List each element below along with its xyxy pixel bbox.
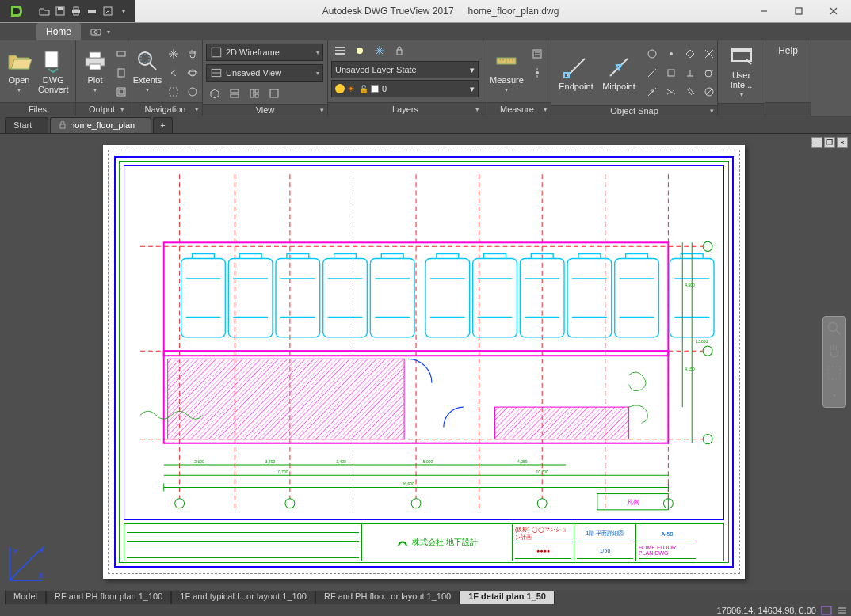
customize-icon[interactable] [837, 606, 848, 615]
save-icon[interactable] [54, 5, 67, 17]
pan-icon[interactable] [165, 45, 182, 63]
print-icon[interactable] [70, 5, 82, 17]
list-icon[interactable] [529, 45, 546, 63]
lock-small-icon: 🔓 [359, 85, 368, 93]
apparent-icon[interactable] [662, 83, 680, 101]
svg-rect-35 [255, 94, 258, 97]
view-manager-icon[interactable] [226, 85, 243, 102]
svg-rect-78 [828, 367, 840, 378]
view-icon [210, 67, 223, 79]
look-icon[interactable] [184, 83, 201, 101]
nearest-icon[interactable] [643, 83, 661, 101]
doctab-file[interactable]: home_floor_plan [50, 117, 151, 133]
layout-viewport[interactable]: 26,600 10,700 10,700 2,600 3,400 3,400 5… [124, 165, 724, 520]
layer-lock-icon[interactable] [391, 42, 408, 59]
svg-line-61 [648, 72, 653, 77]
zoom-extents2-icon[interactable] [826, 364, 843, 382]
measure-button[interactable]: Measure▾ [487, 42, 527, 101]
title-bar: ▾ Autodesk DWG TrueView 2017 home_floor_… [0, 0, 851, 23]
svg-text:凡例: 凡例 [627, 499, 639, 506]
layer-current-dropdown[interactable]: ☀ 🔓 0▾ [331, 80, 479, 97]
insert-icon[interactable] [662, 64, 680, 82]
parallel-icon[interactable] [681, 83, 699, 101]
svg-rect-26 [170, 88, 177, 96]
page-setup-icon[interactable] [113, 83, 130, 101]
plot-preview-icon[interactable] [113, 64, 130, 82]
maximize-button[interactable] [781, 0, 816, 22]
publish-icon[interactable] [101, 5, 114, 17]
node-icon[interactable] [662, 45, 680, 63]
panel-measure: Measure▾ Measure▾ [483, 40, 551, 116]
layer-state-dropdown[interactable]: Unsaved Layer State▾ [331, 61, 479, 78]
doctab-add[interactable]: + [153, 117, 172, 133]
tangent-icon[interactable] [700, 64, 718, 82]
tab-plugins[interactable]: ▾ [81, 23, 120, 40]
layout-tabs: Model RF and PH floor plan 1_100 1F and … [0, 590, 851, 605]
app-logo[interactable] [0, 0, 33, 22]
hand-icon[interactable] [184, 45, 201, 63]
svg-line-22 [150, 63, 156, 70]
vp-minimize-icon[interactable]: – [811, 137, 822, 148]
plot-button[interactable]: Plot▾ [79, 42, 111, 101]
minimize-button[interactable] [746, 0, 781, 22]
id-point-icon[interactable] [529, 64, 546, 82]
doctab-start[interactable]: Start [5, 117, 48, 133]
panel-view-label: View▾ [203, 104, 327, 116]
layout-tab-model[interactable]: Model [5, 591, 46, 604]
midpoint-button[interactable]: Midpoint [597, 42, 640, 104]
app-name: Autodesk DWG TrueView 2017 [322, 6, 454, 17]
endpoint-button[interactable]: Endpoint [555, 42, 597, 104]
help-button[interactable]: Help [778, 45, 798, 56]
svg-text:3,400: 3,400 [336, 459, 346, 464]
vp-restore-icon[interactable]: ❐ [824, 137, 835, 148]
drawing-area[interactable]: – ❐ × ▾ [0, 134, 851, 590]
center-icon[interactable] [643, 45, 661, 63]
extents-button[interactable]: Extents▾ [132, 42, 163, 101]
perp-icon[interactable] [681, 64, 699, 82]
layer-prop-icon[interactable] [331, 42, 349, 59]
batch-plot-icon[interactable] [113, 45, 130, 63]
close-button[interactable] [816, 0, 851, 22]
pan-hand-icon[interactable] [826, 342, 843, 359]
nav-more-icon[interactable]: ▾ [826, 386, 843, 404]
layout-tab-2[interactable]: 1F and typical f...or layout 1_100 [171, 591, 315, 604]
layout-tab-4[interactable]: 1F detail plan 1_50 [460, 591, 555, 604]
svg-rect-4 [74, 13, 78, 15]
none-snap-icon[interactable] [700, 83, 718, 101]
svg-rect-74 [732, 48, 751, 52]
intersect-icon[interactable] [700, 45, 718, 63]
named-view-dropdown[interactable]: Unsaved View▾ [206, 64, 323, 82]
svg-rect-41 [397, 50, 402, 55]
layer-off-icon[interactable] [351, 42, 368, 59]
qat-dropdown-icon[interactable]: ▾ [117, 5, 130, 17]
user-interface-button[interactable]: User Inte...▾ [721, 42, 761, 101]
layout-tab-3[interactable]: RF and PH floo...or layout 1_100 [315, 591, 460, 604]
panel-files: Open▾ DWG Convert Files [0, 40, 76, 116]
svg-point-58 [670, 52, 673, 55]
zoom-full-icon[interactable] [826, 320, 843, 337]
zoom-prev-icon[interactable] [165, 64, 182, 82]
dwg-convert-button[interactable]: DWG Convert [35, 42, 72, 101]
plot-preview-icon[interactable] [86, 5, 98, 17]
layer-freeze-icon[interactable] [371, 42, 388, 59]
layout-tab-1[interactable]: RF and PH floor plan 1_100 [46, 591, 171, 604]
quad-icon[interactable] [681, 45, 699, 63]
title-text: Autodesk DWG TrueView 2017 home_floor_pl… [135, 0, 746, 22]
svg-text:4,150: 4,150 [685, 367, 695, 371]
vp-close-icon[interactable]: × [837, 137, 848, 148]
visual-style-dropdown[interactable]: 2D Wireframe▾ [206, 44, 323, 61]
svg-rect-96 [495, 407, 629, 439]
viewport-config-icon[interactable] [246, 85, 263, 102]
tab-home[interactable]: Home [36, 23, 81, 40]
extension-icon[interactable] [643, 64, 661, 82]
view-cube-icon[interactable] [206, 85, 223, 102]
orbit-icon[interactable] [184, 64, 201, 82]
viewport-join-icon[interactable] [265, 85, 283, 102]
model-toggle-icon[interactable] [821, 606, 832, 615]
open-button[interactable]: Open▾ [3, 42, 35, 101]
open-icon[interactable] [38, 5, 51, 17]
zoom-window-icon[interactable] [165, 83, 182, 101]
svg-rect-55 [564, 73, 569, 78]
sun-icon: ☀ [347, 84, 357, 93]
svg-rect-20 [119, 89, 124, 94]
